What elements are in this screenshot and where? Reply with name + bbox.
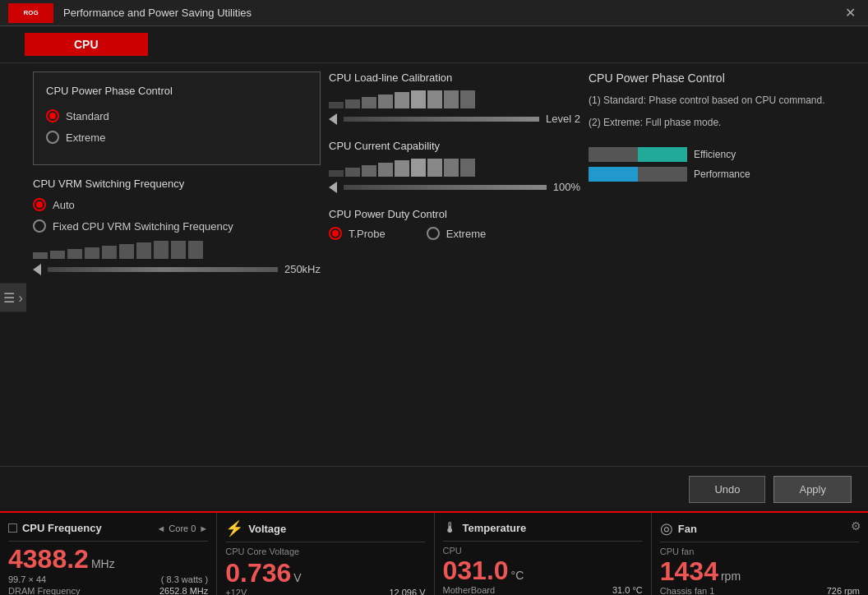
- radio-standard-btn[interactable]: [46, 109, 59, 122]
- temp-title: Temperature: [463, 522, 527, 534]
- core-voltage-label: CPU Core Voltage: [225, 547, 425, 556]
- main-content: ☰ › CPU Power Phase Control Standard Ext…: [0, 63, 868, 466]
- ll-block-5: [395, 92, 409, 108]
- slider-block-6: [119, 244, 134, 259]
- ll-slider-track[interactable]: [344, 117, 539, 122]
- radio-extreme-duty-btn[interactable]: [427, 227, 440, 240]
- core-next-btn[interactable]: ►: [199, 524, 208, 533]
- cpu-freq-value-row: 4388.2 MHz: [8, 546, 208, 572]
- phase-control-box: CPU Power Phase Control Standard Extreme: [33, 71, 321, 165]
- chassis1-row: Chassis fan 1 726 rpm: [660, 586, 860, 595]
- vrm-title: CPU VRM Switching Frequency: [33, 178, 321, 190]
- radio-auto[interactable]: Auto: [33, 198, 321, 211]
- current-capability-section: CPU Current Capability 100%: [329, 140, 580, 193]
- temp-icon: 🌡: [443, 519, 458, 537]
- ll-block-4: [378, 95, 393, 108]
- ll-block-3: [362, 97, 376, 108]
- load-line-slider[interactable]: Level 2: [329, 113, 580, 125]
- close-button[interactable]: ✕: [841, 5, 860, 21]
- mb-temp-row: MotherBoard 31.0 °C: [443, 585, 643, 595]
- cpu-core-nav: ◄ Core 0 ►: [156, 524, 208, 533]
- ll-block-1: [329, 102, 344, 108]
- current-capability-title: CPU Current Capability: [329, 140, 580, 152]
- radio-standard[interactable]: Standard: [46, 109, 307, 122]
- current-capability-slider[interactable]: 100%: [329, 181, 580, 193]
- cpu-mult: 99.7 × 44: [8, 574, 46, 584]
- voltage-header: ⚡ Voltage: [225, 519, 425, 542]
- slider-block-2: [50, 251, 65, 259]
- cpu-freq-title: CPU Frequency: [22, 522, 102, 534]
- tab-bar: CPU: [0, 26, 868, 63]
- fan-header: ◎ Fan: [660, 519, 860, 542]
- chassis1-label: Chassis fan 1: [660, 586, 715, 595]
- radio-fixed[interactable]: Fixed CPU VRM Switching Frequency: [33, 219, 321, 233]
- app-title: Performance and Power Saving Utilities: [63, 7, 841, 19]
- slider-track[interactable]: [48, 267, 278, 272]
- legend-performance: Performance: [589, 167, 852, 182]
- power-duty-title: CPU Power Duty Control: [329, 208, 580, 220]
- cpu-watts: ( 8.3 watts ): [161, 574, 208, 584]
- voltage-icon: ⚡: [225, 519, 243, 537]
- cc-slider-track[interactable]: [344, 185, 547, 190]
- action-bar: Undo Apply: [0, 466, 868, 511]
- load-line-section: CPU Load-line Calibration Level 2: [329, 71, 580, 125]
- radio-tprobe-btn[interactable]: [329, 227, 342, 240]
- cc-blocks: [329, 159, 580, 177]
- ll-block-7: [427, 90, 442, 108]
- cpu-freq-unit: MHz: [91, 557, 115, 570]
- load-line-value: Level 2: [546, 113, 580, 125]
- performance-label: Performance: [694, 168, 750, 180]
- load-line-blocks: [329, 90, 580, 108]
- radio-extreme[interactable]: Extreme: [46, 131, 307, 144]
- voltage-big: 0.736: [225, 560, 291, 586]
- sidebar-toggle[interactable]: ☰ ›: [0, 284, 26, 312]
- dram-value: 2652.8 MHz: [159, 586, 208, 595]
- cpu-freq-header: □ CPU Frequency ◄ Core 0 ►: [8, 519, 208, 542]
- v12-row: +12V 12.096 V: [225, 588, 425, 595]
- radio-fixed-label: Fixed CPU VRM Switching Frequency: [53, 220, 233, 233]
- v12-value: 12.096 V: [389, 588, 425, 595]
- efficiency-bar: [589, 147, 687, 162]
- radio-extreme-btn[interactable]: [46, 131, 59, 144]
- radio-auto-label: Auto: [53, 199, 75, 211]
- right-panel: CPU Power Phase Control (1) Standard: Ph…: [589, 71, 852, 458]
- slider-block-4: [85, 247, 99, 259]
- fan-value-row: 1434 rpm: [660, 558, 860, 584]
- cc-slider-arrow: [329, 182, 337, 193]
- legend-container: Efficiency Performance: [589, 147, 852, 182]
- rp-desc1: (1) Standard: Phase control based on CPU…: [589, 93, 852, 108]
- voltage-unit: V: [293, 571, 301, 584]
- ll-slider-arrow: [329, 113, 337, 125]
- apply-button[interactable]: Apply: [773, 476, 852, 503]
- cpu-frequency-panel: □ CPU Frequency ◄ Core 0 ► 4388.2 MHz 99…: [0, 513, 217, 595]
- rp-title: CPU Power Phase Control: [589, 71, 852, 85]
- legend-efficiency: Efficiency: [589, 147, 852, 162]
- cpu-sub-row: 99.7 × 44 ( 8.3 watts ): [8, 574, 208, 584]
- slider-arrow: [33, 264, 41, 275]
- radio-tprobe[interactable]: T.Probe: [329, 227, 386, 240]
- status-bar: □ CPU Frequency ◄ Core 0 ► 4388.2 MHz 99…: [0, 511, 868, 595]
- radio-fixed-btn[interactable]: [33, 219, 46, 233]
- gear-icon[interactable]: ⚙: [851, 519, 861, 533]
- radio-extreme-duty[interactable]: Extreme: [427, 227, 486, 240]
- load-line-title: CPU Load-line Calibration: [329, 71, 580, 84]
- v12-label: +12V: [225, 588, 247, 595]
- fan-title: Fan: [678, 523, 697, 535]
- vrm-slider[interactable]: 250kHz: [33, 263, 321, 275]
- ll-block-8: [444, 90, 459, 108]
- left-panel: CPU Power Phase Control Standard Extreme…: [16, 71, 321, 458]
- load-line-slider-area: Level 2: [329, 90, 580, 125]
- slider-block-5: [102, 246, 117, 259]
- dram-label: DRAM Frequency: [8, 586, 80, 595]
- performance-bar: [589, 167, 687, 182]
- core-label: Core 0: [169, 524, 196, 533]
- tab-cpu[interactable]: CPU: [25, 33, 148, 56]
- slider-block-3: [67, 249, 82, 259]
- radio-auto-btn[interactable]: [33, 198, 46, 211]
- slider-block-1: [33, 252, 48, 259]
- radio-standard-label: Standard: [66, 110, 109, 122]
- rog-logo: ROG: [8, 3, 53, 23]
- core-prev-btn[interactable]: ◄: [156, 524, 165, 533]
- undo-button[interactable]: Undo: [689, 476, 765, 503]
- fan-icon: ◎: [660, 519, 673, 537]
